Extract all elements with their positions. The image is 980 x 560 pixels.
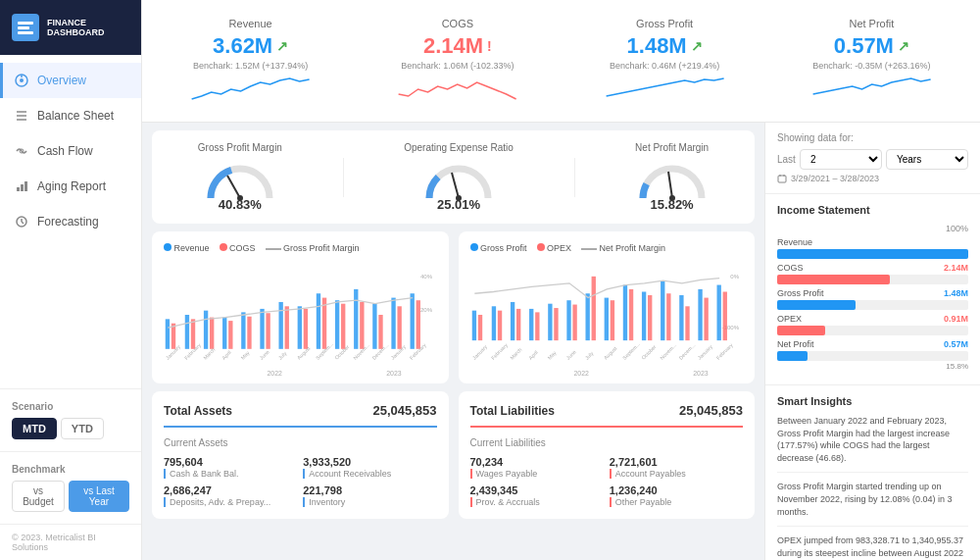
period-value-select[interactable]: 2 1 3: [800, 149, 882, 170]
svg-rect-74: [535, 312, 539, 340]
svg-text:2022: 2022: [573, 370, 589, 377]
aging-report-icon: [14, 178, 29, 194]
logo-text: FINANCE DASHBOARD: [47, 18, 105, 37]
income-bar-net: Net Profit 0.57M 15.8%: [777, 339, 968, 371]
sidebar-item-aging-report[interactable]: Aging Report: [0, 169, 141, 204]
svg-rect-77: [566, 300, 570, 340]
svg-rect-43: [372, 304, 376, 349]
scenario-ytd-button[interactable]: YTD: [61, 418, 104, 439]
chart-gross-opex: Gross Profit OPEX Net Profit Margin 0% -…: [459, 231, 756, 383]
charts-row: Revenue COGS Gross Profit Margin 40% 20%: [142, 231, 764, 391]
svg-rect-81: [604, 298, 608, 341]
benchmark-vs-budget-button[interactable]: vs Budget: [12, 481, 65, 512]
kpi-gross-profit: Gross Profit 1.48M ↗ Benchark: 0.46M (+2…: [566, 10, 763, 112]
income-bars: Revenue COGS 2.14M: [777, 237, 968, 371]
filter-label: Showing data for:: [777, 132, 968, 143]
scenario-buttons: MTD YTD: [12, 418, 129, 439]
svg-rect-78: [572, 305, 576, 341]
liabilities-items: 70,234 Wages Payable 2,721,601 Account P…: [470, 456, 744, 507]
liability-item-0: 70,234 Wages Payable: [470, 456, 604, 479]
income-100pct: 100%: [777, 224, 968, 233]
svg-rect-90: [685, 306, 689, 340]
svg-text:April: April: [220, 349, 232, 361]
svg-rect-32: [266, 313, 270, 349]
cogs-exclaim-icon: !: [487, 38, 492, 54]
sidebar-item-label-overview: Overview: [37, 74, 86, 87]
sidebar-item-label-balance: Balance Sheet: [37, 109, 114, 123]
kpi-net-bench: Benchark: -0.35M (+263.16%): [785, 61, 958, 71]
period-unit-select[interactable]: Years Months: [886, 149, 968, 170]
kpi-revenue-bench: Benchark: 1.52M (+137.94%): [164, 61, 337, 71]
gross-arrow-icon: ↗: [691, 38, 703, 54]
svg-text:2023: 2023: [386, 370, 402, 377]
svg-rect-76: [554, 308, 558, 340]
gross-profit-margin-card: Gross Profit Margin 40.83%: [198, 142, 282, 212]
svg-text:Novem...: Novem...: [659, 342, 677, 361]
scenario-mtd-button[interactable]: MTD: [12, 418, 57, 439]
total-liabilities-card: Total Liabilities 25,045,853 Current Lia…: [459, 391, 756, 519]
svg-rect-47: [411, 293, 415, 349]
kpi-net-title: Net Profit: [785, 18, 958, 29]
svg-text:July: July: [277, 350, 288, 361]
kpi-revenue-title: Revenue: [164, 18, 337, 29]
kpi-cogs: COGS 2.14M ! Benchark: 1.06M (-102.33%): [359, 10, 556, 112]
svg-rect-70: [497, 311, 501, 340]
asset-item-1: 3,933,520 Account Receivables: [303, 456, 436, 479]
kpi-revenue-sparkline: [164, 75, 337, 104]
legend-opex-dot: OPEX: [537, 243, 572, 253]
svg-rect-71: [510, 302, 514, 340]
sidebar-item-balance-sheet[interactable]: Balance Sheet: [0, 98, 141, 133]
svg-rect-93: [716, 285, 720, 341]
asset-item-3: 221,798 Inventory: [303, 484, 436, 507]
svg-rect-34: [285, 306, 289, 349]
svg-text:October: October: [640, 343, 658, 361]
legend-revenue-dot: Revenue: [164, 243, 210, 253]
svg-rect-83: [622, 285, 626, 341]
asset-item-2: 2,686,247 Deposits, Adv. & Prepay...: [164, 484, 297, 507]
kpi-net-profit: Net Profit 0.57M ↗ Benchark: -0.35M (+26…: [773, 10, 970, 112]
legend-gross-dot: Gross Profit: [470, 243, 527, 253]
logo-area: FINANCE DASHBOARD: [0, 0, 141, 55]
assets-title: Total Assets: [164, 404, 232, 418]
svg-point-1: [20, 78, 24, 82]
main-area: Revenue 3.62M ↗ Benchark: 1.52M (+137.94…: [142, 0, 980, 560]
sidebar-item-cash-flow[interactable]: Cash Flow: [0, 133, 141, 169]
logo-icon: [12, 14, 39, 41]
margin-row-container: Gross Profit Margin 40.83%: [142, 123, 764, 224]
svg-rect-9: [24, 181, 27, 191]
sidebar-item-overview[interactable]: Overview: [0, 63, 141, 98]
opex-ratio-value: 25.01%: [404, 197, 514, 212]
svg-text:June: June: [259, 349, 270, 361]
kpi-net-sparkline: [785, 75, 958, 104]
sidebar-item-forecasting[interactable]: Forecasting: [0, 204, 141, 239]
svg-rect-28: [228, 321, 232, 349]
net-margin-title: Net Profit Margin: [635, 142, 709, 153]
svg-rect-36: [304, 309, 308, 349]
svg-rect-89: [679, 295, 683, 340]
svg-text:April: April: [527, 349, 539, 361]
asset-item-0: 795,604 Cash & Bank Bal.: [164, 456, 297, 479]
svg-rect-68: [477, 315, 481, 340]
balance-row: Total Assets 25,045,853 Current Assets 7…: [142, 391, 764, 527]
svg-text:0%: 0%: [730, 273, 739, 280]
benchmark-label: Benchmark: [12, 464, 129, 475]
benchmark-vs-last-year-button[interactable]: vs Last Year: [69, 481, 129, 512]
calendar-icon: [777, 174, 787, 183]
svg-rect-94: [722, 292, 726, 341]
kpi-gross-value: 1.48M ↗: [578, 33, 752, 59]
kpi-revenue: Revenue 3.62M ↗ Benchark: 1.52M (+137.94…: [152, 10, 349, 112]
nav-menu: Overview Balance Sheet: [0, 55, 141, 388]
svg-rect-37: [317, 293, 320, 349]
svg-rect-86: [648, 295, 652, 340]
insights-section: Smart Insights Between January 2022 and …: [765, 385, 980, 560]
svg-rect-87: [661, 280, 664, 340]
svg-rect-44: [378, 315, 382, 349]
kpi-gross-bench: Benchark: 0.46M (+219.4%): [578, 61, 752, 71]
svg-text:March: March: [509, 346, 523, 361]
svg-rect-92: [704, 298, 708, 341]
income-bar-revenue: Revenue: [777, 237, 968, 259]
kpi-net-value: 0.57M ↗: [785, 33, 958, 59]
svg-text:40%: 40%: [420, 273, 433, 280]
svg-line-13: [227, 176, 240, 198]
kpi-revenue-value: 3.62M ↗: [164, 33, 337, 59]
